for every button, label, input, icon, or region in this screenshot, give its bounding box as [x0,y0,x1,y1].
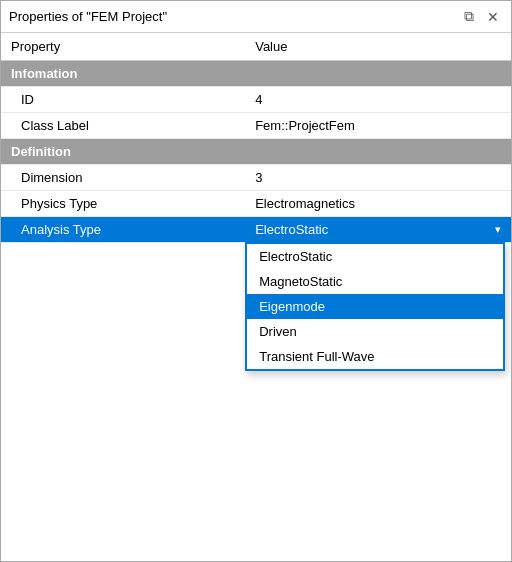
analysis-type-dropdown[interactable]: ElectroStatic MagnetoStatic Eigenmode Dr… [245,242,505,371]
table-row: ID 4 [1,87,511,113]
section-infomation: Infomation [1,61,511,87]
table-row: Physics Type Electromagnetics [1,191,511,217]
dropdown-option-eigenmode[interactable]: Eigenmode [247,294,503,319]
property-id-label: ID [1,87,245,113]
col-property-header: Property [1,33,245,61]
restore-button[interactable]: ⧉ [459,7,479,27]
window-title: Properties of "FEM Project" [9,9,167,24]
properties-window: Properties of "FEM Project" ⧉ ✕ Property… [0,0,512,562]
table-row-analysis-type[interactable]: Analysis Type ElectroStatic ▾ ElectroSta… [1,217,511,243]
property-physics-type-label: Physics Type [1,191,245,217]
col-value-header: Value [245,33,511,61]
property-class-label-label: Class Label [1,113,245,139]
section-definition: Definition [1,139,511,165]
property-class-label-value: Fem::ProjectFem [245,113,511,139]
property-dimension-label: Dimension [1,165,245,191]
close-button[interactable]: ✕ [483,7,503,27]
dropdown-arrow-icon: ▾ [495,223,501,236]
section-infomation-label: Infomation [1,61,511,87]
property-dimension-value: 3 [245,165,511,191]
dropdown-option-electrostatic[interactable]: ElectroStatic [247,244,503,269]
title-bar-buttons: ⧉ ✕ [459,7,503,27]
section-definition-label: Definition [1,139,511,165]
dropdown-option-transient[interactable]: Transient Full-Wave [247,344,503,369]
dropdown-option-magnetostatic[interactable]: MagnetoStatic [247,269,503,294]
property-analysis-type-value[interactable]: ElectroStatic ▾ ElectroStatic MagnetoSta… [245,217,511,243]
table-row: Class Label Fem::ProjectFem [1,113,511,139]
property-id-value: 4 [245,87,511,113]
dropdown-option-driven[interactable]: Driven [247,319,503,344]
property-physics-type-value: Electromagnetics [245,191,511,217]
properties-table: Property Value Infomation ID 4 Class Lab… [1,33,511,243]
property-analysis-type-label: Analysis Type [1,217,245,243]
title-bar: Properties of "FEM Project" ⧉ ✕ [1,1,511,33]
properties-table-container: Property Value Infomation ID 4 Class Lab… [1,33,511,561]
analysis-type-selected-value: ElectroStatic [255,222,328,237]
table-row: Dimension 3 [1,165,511,191]
table-header-row: Property Value [1,33,511,61]
